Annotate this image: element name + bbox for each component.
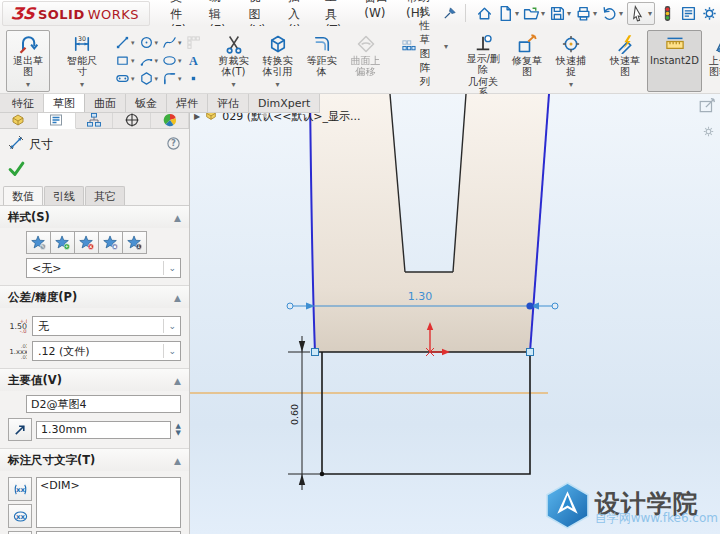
delete-style-button[interactable]: x xyxy=(74,231,99,254)
mark-for-drawing-button[interactable] xyxy=(8,418,32,441)
dimension-text-input[interactable]: <DIM> xyxy=(36,477,181,528)
chevron-down-icon[interactable]: ▾ xyxy=(619,9,623,18)
value-tab-引线[interactable]: 引线 xyxy=(44,186,84,205)
ribbon-button-ellipse[interactable]: ▾ xyxy=(161,52,183,69)
tab-特征[interactable]: 特征 xyxy=(3,94,44,112)
dim-text-parentheses-icon[interactable]: xx xyxy=(8,477,32,501)
tab-焊件[interactable]: 焊件 xyxy=(167,94,208,112)
chevron-down-icon[interactable]: ▾ xyxy=(567,9,571,18)
dimension-value-input[interactable]: 1.30mm xyxy=(36,421,171,439)
tolerance-dropdown[interactable]: 无⌄ xyxy=(32,316,181,336)
ribbon-button-mirror-entities[interactable]: 镜向实体 xyxy=(398,0,452,2)
ribbon-button-offset-entities[interactable]: 等距实 体 xyxy=(300,30,344,92)
ribbon-button-arc[interactable]: ▾ xyxy=(138,52,160,69)
dimension-vertical-value[interactable]: 0.60 xyxy=(289,404,300,425)
tolerance-section-header[interactable]: 公差/精度(P) ▲ xyxy=(0,286,189,308)
ribbon-button-instant2d[interactable]: Instant2D xyxy=(647,30,702,92)
chevron-down-icon[interactable]: ▾ xyxy=(178,39,182,47)
ribbon-button-exit-sketch[interactable]: 退出草 图▾ xyxy=(6,30,50,92)
apply-default-style-button[interactable]: ✎ xyxy=(26,231,51,254)
sketch-shaded-body[interactable] xyxy=(310,94,549,352)
solidworks-logo[interactable]: ƷSSOLIDWORKS xyxy=(2,1,150,26)
ribbon-button-spline[interactable]: ▾ xyxy=(161,34,183,51)
dimension-text-header[interactable]: 标注尺寸文字(T) ▲ xyxy=(0,449,189,471)
options-mini-icon[interactable] xyxy=(701,124,716,142)
pane-tab-property-manager[interactable] xyxy=(38,112,76,129)
pane-tab-appearance[interactable] xyxy=(151,112,189,128)
style-section-header[interactable]: 样式(S) ▲ xyxy=(0,206,189,228)
sketch-canvas[interactable]: 1.30 0.60 xyxy=(190,94,720,534)
primary-section-header[interactable]: 主要值(V) ▲ xyxy=(0,369,189,391)
print-button[interactable]: ▾ xyxy=(573,3,599,24)
value-spinner[interactable]: ▲▼ xyxy=(175,423,181,436)
file-properties-button[interactable] xyxy=(678,3,699,24)
chevron-down-icon[interactable]: ▾ xyxy=(155,75,159,83)
chevron-down-icon[interactable]: ▾ xyxy=(131,75,135,83)
chevron-down-icon[interactable]: ▾ xyxy=(569,80,573,90)
ribbon-button-quick-snap[interactable]: 快速捕 捉▾ xyxy=(549,30,593,92)
expand-arrow-icon[interactable]: ▶ xyxy=(194,112,200,121)
pane-tab-display-manager[interactable] xyxy=(113,112,151,128)
dimension-name-input[interactable]: D2@草图4 xyxy=(26,395,181,413)
ribbon-button-rapid-sketch[interactable]: 快速草 图 xyxy=(603,30,647,92)
add-style-button[interactable]: + xyxy=(50,231,75,254)
tab-DimXpert[interactable]: DimXpert xyxy=(249,94,320,112)
ribbon-button-polygon[interactable]: ▾ xyxy=(138,70,160,87)
chevron-down-icon[interactable]: ▾ xyxy=(178,57,182,65)
open-button[interactable]: ▾ xyxy=(521,3,547,24)
pane-tab-part[interactable] xyxy=(0,112,38,128)
undo-button[interactable]: ▾ xyxy=(599,3,625,24)
ribbon-button-shaded-contour[interactable]: 上色草 图轮廓 xyxy=(702,30,720,92)
home-button[interactable] xyxy=(474,3,495,24)
tab-评估[interactable]: 评估 xyxy=(208,94,249,112)
sketch-rectangle[interactable] xyxy=(322,352,530,474)
options-button[interactable] xyxy=(699,3,720,24)
chevron-down-icon[interactable]: ▾ xyxy=(232,80,236,90)
ribbon-button-convert-entities[interactable]: 转换实 体引用▾ xyxy=(256,30,300,92)
dimension-horizontal-value[interactable]: 1.30 xyxy=(408,290,433,303)
value-tab-其它[interactable]: 其它 xyxy=(85,186,125,205)
chevron-down-icon[interactable]: ▾ xyxy=(515,9,519,18)
ribbon-button-rectangle[interactable]: ▾ xyxy=(114,52,136,69)
ribbon-button-circle[interactable]: ▾ xyxy=(138,34,160,51)
sketch-indicator-icon[interactable] xyxy=(698,97,716,118)
chevron-down-icon[interactable]: ▾ xyxy=(434,42,448,51)
tab-钣金[interactable]: 钣金 xyxy=(126,94,167,112)
vertex-point[interactable] xyxy=(320,472,325,477)
ribbon-button-text-a[interactable]: A xyxy=(185,52,202,69)
pane-tab-configuration[interactable] xyxy=(76,112,114,128)
ribbon-button-point[interactable] xyxy=(185,70,202,87)
chevron-down-icon[interactable]: ▾ xyxy=(541,9,545,18)
ribbon-button-linear-pattern[interactable]: 线性草图阵列▾ xyxy=(398,4,452,90)
chevron-down-icon[interactable]: ▾ xyxy=(26,80,30,90)
chevron-down-icon[interactable]: ▾ xyxy=(178,75,182,83)
ribbon-button-relations[interactable]: 显示/删除 几何关系▾ xyxy=(461,30,505,92)
chevron-down-icon[interactable]: ▾ xyxy=(80,80,84,90)
ribbon-button-line[interactable]: ▾ xyxy=(114,34,136,51)
graphics-area[interactable]: 1.30 0.60 ▶ xyxy=(190,94,720,534)
tab-曲面[interactable]: 曲面 xyxy=(85,94,126,112)
rebuild-button[interactable] xyxy=(657,3,678,24)
tab-草图[interactable]: 草图 xyxy=(44,94,85,112)
chevron-down-icon[interactable]: ▾ xyxy=(155,39,159,47)
vertex-handle-right[interactable] xyxy=(527,349,534,356)
tolerance-dropdown[interactable]: .12 (文件)⌄ xyxy=(32,341,181,361)
new-document-button[interactable]: ▾ xyxy=(495,3,521,24)
value-tab-数值[interactable]: 数值 xyxy=(3,186,43,205)
dim-text-inspection-icon[interactable]: xx xyxy=(8,504,32,528)
ribbon-button-slot[interactable]: ▾ xyxy=(114,70,136,87)
save-button[interactable]: ▾ xyxy=(547,3,573,24)
ribbon-button-repair-sketch[interactable]: 修复草 图 xyxy=(505,30,549,92)
ok-check-icon[interactable] xyxy=(8,166,25,180)
chevron-down-icon[interactable]: ▾ xyxy=(276,80,280,90)
chevron-down-icon[interactable]: ▾ xyxy=(131,57,135,65)
panel-splitter-grip[interactable] xyxy=(263,113,267,117)
load-style-button[interactable]: ↓ xyxy=(122,231,147,254)
chevron-down-icon[interactable]: ▾ xyxy=(131,39,135,47)
style-dropdown[interactable]: <无> ⌄ xyxy=(26,258,181,278)
chevron-down-icon[interactable]: ▾ xyxy=(648,9,652,18)
help-icon[interactable]: ? xyxy=(166,136,181,154)
ribbon-button-trim[interactable]: 剪裁实 体(T)▾ xyxy=(212,30,256,92)
save-style-button[interactable]: ▪ xyxy=(98,231,123,254)
vertex-handle-left[interactable] xyxy=(312,349,319,356)
